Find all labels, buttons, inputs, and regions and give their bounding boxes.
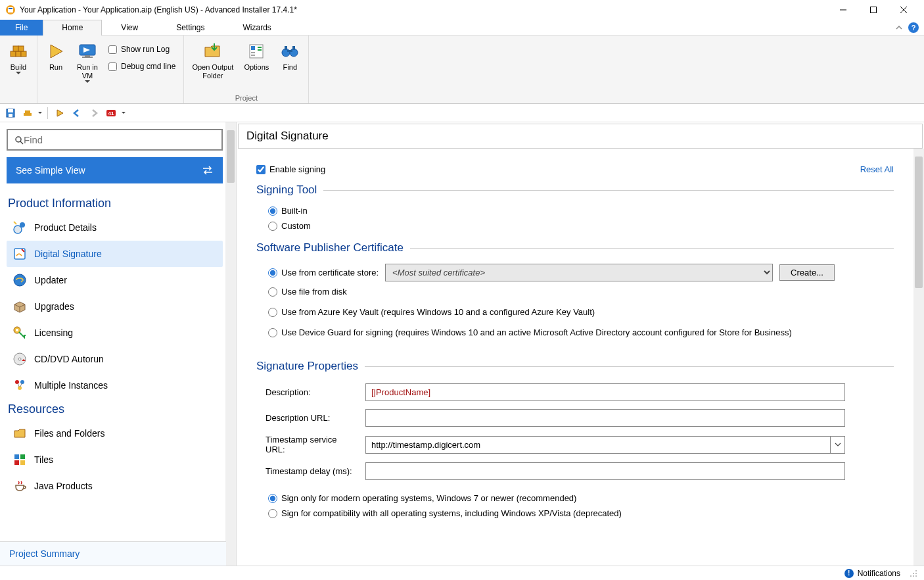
- save-icon[interactable]: [4, 107, 17, 120]
- sidebar-item-files-folders[interactable]: Files and Folders: [7, 420, 223, 447]
- svg-rect-25: [24, 113, 26, 116]
- dropdown-arrow-icon[interactable]: [122, 112, 126, 114]
- folder-icon: [12, 425, 28, 441]
- swap-icon: [202, 166, 214, 175]
- build-icon: [8, 41, 29, 62]
- sidebar-item-product-details[interactable]: Product Details: [7, 214, 223, 241]
- tab-wizards[interactable]: Wizards: [224, 20, 290, 36]
- section-header-label: Signature Properties: [256, 360, 358, 373]
- reset-all-link[interactable]: Reset All: [860, 164, 894, 174]
- sidebar-item-licensing[interactable]: Licensing: [7, 320, 223, 346]
- radio-label: Use from Azure Key Vault (requires Windo…: [281, 307, 595, 317]
- build-icon[interactable]: [21, 107, 34, 120]
- titlebar: Your Application - Your Application.aip …: [0, 0, 924, 20]
- run-icon[interactable]: [53, 107, 66, 120]
- close-button[interactable]: [889, 0, 919, 20]
- sidebar-item-updater[interactable]: Updater: [7, 267, 223, 293]
- sidebar-item-cddvd[interactable]: CD/DVD Autorun: [7, 346, 223, 372]
- section-cert: Software Publisher Certificate: [256, 241, 894, 254]
- signature-icon: [12, 246, 28, 262]
- notifications-label[interactable]: Notifications: [858, 569, 900, 578]
- back-icon[interactable]: [70, 107, 83, 120]
- create-button[interactable]: Create...: [779, 264, 835, 281]
- input-ts-delay[interactable]: [365, 462, 845, 480]
- tab-view[interactable]: View: [102, 20, 157, 36]
- cert-dropdown[interactable]: <Most suited certificate>: [385, 264, 773, 281]
- search-input[interactable]: [24, 134, 215, 145]
- sidebar-item-digital-signature[interactable]: Digital Signature: [7, 241, 223, 267]
- open-output-folder-button[interactable]: Open Output Folder: [188, 38, 237, 83]
- statusbar: ! Notifications: [0, 566, 924, 580]
- options-icon: [246, 41, 267, 62]
- input-desc-url[interactable]: [365, 409, 845, 427]
- combo-ts-url[interactable]: [365, 436, 845, 454]
- debug-cmd-check[interactable]: Debug cmd line: [104, 59, 179, 74]
- sidebar-item-upgrades[interactable]: Upgrades: [7, 293, 223, 320]
- search-icon: [14, 135, 24, 145]
- sidebar-item-java-products[interactable]: Java Products: [7, 473, 223, 499]
- svg-point-49: [915, 570, 917, 571]
- run-button[interactable]: Run: [41, 38, 70, 74]
- chevron-down-icon[interactable]: [830, 437, 844, 453]
- radio-file-disk[interactable]: Use file from disk: [256, 284, 894, 299]
- svg-rect-16: [251, 46, 255, 50]
- options-label: Options: [244, 63, 269, 72]
- project-summary[interactable]: Project Summary: [0, 541, 226, 566]
- svg-rect-24: [9, 114, 12, 117]
- sidebar-item-label: Updater: [34, 275, 67, 285]
- svg-point-42: [15, 380, 19, 384]
- resize-grip-icon[interactable]: [910, 569, 917, 577]
- binoculars-icon: [279, 41, 300, 62]
- radio-custom[interactable]: Custom: [256, 218, 894, 233]
- licensing-icon: [12, 325, 28, 341]
- minimize-button[interactable]: [828, 0, 858, 20]
- disc-icon: [12, 351, 28, 367]
- svg-rect-26: [26, 113, 29, 116]
- separator: [47, 107, 48, 119]
- input-description[interactable]: [365, 383, 845, 401]
- run-label: Run: [49, 63, 62, 72]
- radio-cert-store[interactable]: Use from certificate store:: [268, 265, 379, 280]
- svg-rect-19: [285, 46, 287, 50]
- issues-icon[interactable]: 41: [104, 107, 118, 120]
- radio-compat-os[interactable]: Sign for compatibility with all operatin…: [256, 506, 894, 521]
- sidebar-scrollbar[interactable]: [225, 122, 236, 566]
- tab-settings[interactable]: Settings: [157, 20, 223, 36]
- ribbon-group-build: Build: [0, 36, 37, 103]
- options-button[interactable]: Options: [240, 38, 273, 74]
- info-icon[interactable]: !: [844, 569, 854, 578]
- sidebar-item-multiple-instances[interactable]: Multiple Instances: [7, 372, 223, 399]
- svg-rect-20: [292, 46, 295, 50]
- build-button[interactable]: Build: [4, 38, 33, 77]
- collapse-ribbon-icon[interactable]: [895, 24, 903, 32]
- radio-label: Use from certificate store:: [281, 268, 379, 278]
- svg-point-37: [14, 274, 26, 286]
- sidebar-item-label: Files and Folders: [34, 428, 104, 439]
- maximize-button[interactable]: [858, 0, 889, 20]
- content-scrollbar[interactable]: [913, 149, 924, 566]
- folder-open-icon: [202, 41, 223, 62]
- radio-device-guard[interactable]: Use Device Guard for signing (requires W…: [256, 325, 894, 340]
- svg-rect-9: [21, 51, 26, 57]
- radio-modern-os[interactable]: Sign only for modern operating systems, …: [256, 491, 894, 506]
- svg-text:41: 41: [108, 110, 114, 116]
- find-button[interactable]: Find: [275, 38, 304, 74]
- show-run-log-check[interactable]: Show run Log: [104, 42, 179, 57]
- radio-builtin[interactable]: Built-in: [256, 203, 894, 218]
- run-in-vm-button[interactable]: Run in VM: [73, 38, 102, 85]
- help-icon[interactable]: ?: [908, 22, 919, 33]
- radio-azure[interactable]: Use from Azure Key Vault (requires Windo…: [256, 304, 894, 320]
- simple-view-button[interactable]: See Simple View: [7, 157, 223, 183]
- tab-file[interactable]: File: [0, 20, 43, 36]
- radio-label: Sign only for modern operating systems, …: [281, 493, 576, 503]
- scrollbar-thumb[interactable]: [915, 157, 923, 288]
- search-box[interactable]: [7, 129, 223, 151]
- tab-home[interactable]: Home: [43, 20, 102, 36]
- sidebar-item-tiles[interactable]: Tiles: [7, 447, 223, 473]
- ribbon-group-run: Run Run in VM Show run Log Debug cmd lin…: [37, 36, 184, 103]
- dropdown-arrow-icon[interactable]: [38, 112, 42, 114]
- input-ts-url[interactable]: [366, 437, 830, 453]
- forward-icon[interactable]: [87, 107, 101, 120]
- enable-signing-check[interactable]: Enable signing: [256, 164, 325, 174]
- scrollbar-thumb[interactable]: [227, 130, 235, 183]
